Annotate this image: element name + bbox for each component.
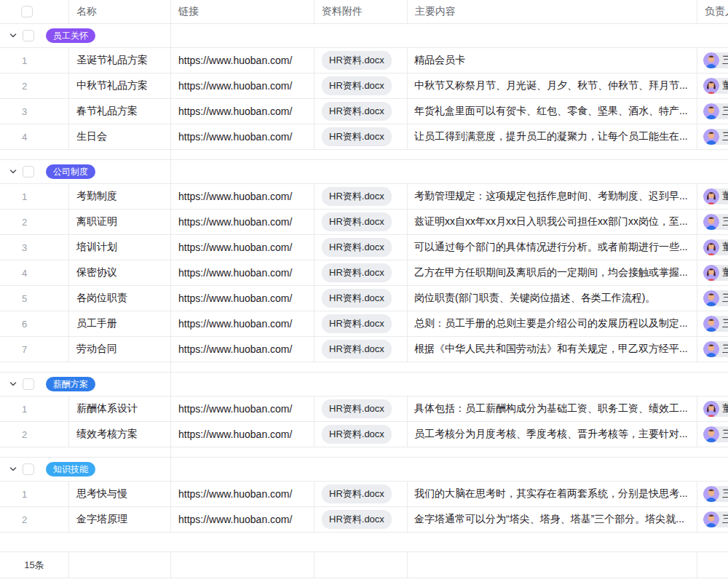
name-cell[interactable]: 金字塔原理 [69,507,171,532]
row-index-cell[interactable]: 1 [0,184,69,209]
attachment-cell[interactable]: HR资料.docx [314,73,408,98]
owner-chip[interactable]: 三 [703,341,728,357]
group-badge[interactable]: 薪酬方案 [46,377,95,391]
attachment-chip[interactable]: HR资料.docx [322,425,392,444]
content-cell[interactable]: 我们的大脑在思考时，其实存在着两套系统，分别是快思考... [408,482,697,506]
owner-cell[interactable]: 三 [697,210,728,234]
group-badge[interactable]: 公司制度 [46,164,95,179]
owner-cell[interactable]: 三 [697,311,728,336]
chevron-down-icon[interactable] [9,167,17,176]
row-index-cell[interactable]: 3 [0,99,69,124]
name-cell[interactable]: 绩效考核方案 [69,422,171,447]
row-index-cell[interactable]: 7 [0,337,69,362]
name-cell[interactable]: 圣诞节礼品方案 [69,48,171,73]
link-cell[interactable]: https://www.huoban.com/ [171,99,314,124]
name-cell[interactable]: 员工手册 [69,311,171,336]
name-cell[interactable]: 薪酬体系设计 [69,396,171,421]
group-checkbox[interactable] [23,463,34,475]
name-cell[interactable]: 各岗位职责 [69,286,171,311]
attachment-chip[interactable]: HR资料.docx [322,102,392,121]
row-index-cell[interactable]: 3 [0,235,69,260]
chevron-down-icon[interactable] [9,31,17,40]
column-header-attachment[interactable]: 资料附件 [314,0,408,23]
link-cell[interactable]: https://www.huoban.com/ [171,235,314,260]
content-cell[interactable]: 岗位职责(部门职责、关键岗位描述、各类工作流程)。 [408,286,697,311]
attachment-chip[interactable]: HR资料.docx [322,289,392,308]
select-all-checkbox[interactable] [21,6,33,17]
owner-chip[interactable]: 董 [703,401,728,417]
attachment-cell[interactable]: HR资料.docx [314,286,408,311]
owner-chip[interactable]: 董 [703,265,728,281]
content-cell[interactable]: 年货礼盒里面可以有贺卡、红包、零食、坚果、酒水、特产... [408,99,697,124]
row-index-cell[interactable]: 1 [0,482,69,506]
owner-cell[interactable]: 三 [697,337,728,362]
attachment-cell[interactable]: HR资料.docx [314,422,408,447]
content-cell[interactable]: 兹证明xx自xx年xx月xx日入职我公司担任xx部门xx岗位，至... [408,210,697,234]
attachment-cell[interactable]: HR资料.docx [314,507,408,532]
attachment-chip[interactable]: HR资料.docx [322,212,392,231]
link-cell[interactable]: https://www.huoban.com/ [171,396,314,421]
attachment-chip[interactable]: HR资料.docx [322,51,392,70]
content-cell[interactable]: 中秋节又称祭月节、月光诞、月夕、秋节、仲秋节、拜月节... [408,73,697,98]
attachment-chip[interactable]: HR资料.docx [322,399,392,418]
attachment-cell[interactable]: HR资料.docx [314,210,408,234]
attachment-chip[interactable]: HR资料.docx [322,340,392,359]
attachment-chip[interactable]: HR资料.docx [322,510,392,529]
attachment-chip[interactable]: HR资料.docx [322,238,392,257]
chevron-down-icon[interactable] [9,465,17,474]
attachment-cell[interactable]: HR资料.docx [314,184,408,209]
owner-cell[interactable]: 三 [697,124,728,149]
content-cell[interactable]: 乙方在甲方任职期间及离职后的一定期间，均会接触或掌握... [408,260,697,285]
link-cell[interactable]: https://www.huoban.com/ [171,184,314,209]
link-cell[interactable]: https://www.huoban.com/ [171,422,314,447]
attachment-chip[interactable]: HR资料.docx [322,127,392,146]
link-cell[interactable]: https://www.huoban.com/ [171,311,314,336]
column-header-name[interactable]: 名称 [69,0,171,23]
column-header-owner[interactable]: 负责人 [697,0,728,23]
attachment-cell[interactable]: HR资料.docx [314,482,408,506]
chevron-down-icon[interactable] [9,380,17,388]
row-index-cell[interactable]: 4 [0,124,69,149]
attachment-cell[interactable]: HR资料.docx [314,124,408,149]
owner-chip[interactable]: 三 [703,103,728,119]
owner-cell[interactable]: 三 [697,48,728,73]
name-cell[interactable]: 离职证明 [69,210,171,234]
name-cell[interactable]: 生日会 [69,124,171,149]
name-cell[interactable]: 保密协议 [69,260,171,285]
attachment-cell[interactable]: HR资料.docx [314,337,408,362]
content-cell[interactable]: 可以通过每个部门的具体情况进行分析。或者前期进行一些... [408,235,697,260]
row-index-cell[interactable]: 2 [0,73,69,98]
owner-cell[interactable]: 董 [697,396,728,421]
attachment-cell[interactable]: HR资料.docx [314,396,408,421]
content-cell[interactable]: 精品会员卡 [408,48,697,73]
row-index-cell[interactable]: 1 [0,48,69,73]
name-cell[interactable]: 思考快与慢 [69,482,171,506]
column-header-content[interactable]: 主要内容 [408,0,697,23]
content-cell[interactable]: 员工考核分为月度考核、季度考核、晋升考核等，主要针对... [408,422,697,447]
content-cell[interactable]: 具体包括：员工薪酬构成分为基础工资、职务工资、绩效工... [408,396,697,421]
row-index-cell[interactable]: 4 [0,260,69,285]
owner-cell[interactable]: 董 [697,73,728,98]
content-cell[interactable]: 根据《中华人民共和国劳动法》和有关规定，甲乙双方经平... [408,337,697,362]
name-cell[interactable]: 培训计划 [69,235,171,260]
link-cell[interactable]: https://www.huoban.com/ [171,286,314,311]
group-checkbox[interactable] [23,30,34,41]
link-cell[interactable]: https://www.huoban.com/ [171,48,314,73]
attachment-chip[interactable]: HR资料.docx [322,187,392,206]
owner-cell[interactable]: 董 [697,184,728,209]
attachment-cell[interactable]: HR资料.docx [314,48,408,73]
row-index-cell[interactable]: 5 [0,286,69,311]
link-cell[interactable]: https://www.huoban.com/ [171,482,314,506]
owner-cell[interactable]: 董 [697,260,728,285]
group-badge[interactable]: 员工关怀 [46,28,95,43]
owner-chip[interactable]: 三 [703,290,728,306]
name-cell[interactable]: 春节礼品方案 [69,99,171,124]
content-cell[interactable]: 总则：员工手册的总则主要是介绍公司的发展历程以及制定... [408,311,697,336]
row-index-cell[interactable]: 2 [0,422,69,447]
attachment-cell[interactable]: HR资料.docx [314,235,408,260]
content-cell[interactable]: 让员工得到满意度，提升员工的凝聚力，让每个员工能生在... [408,124,697,149]
row-index-cell[interactable]: 6 [0,311,69,336]
attachment-cell[interactable]: HR资料.docx [314,99,408,124]
owner-chip[interactable]: 董 [703,78,728,94]
link-cell[interactable]: https://www.huoban.com/ [171,73,314,98]
